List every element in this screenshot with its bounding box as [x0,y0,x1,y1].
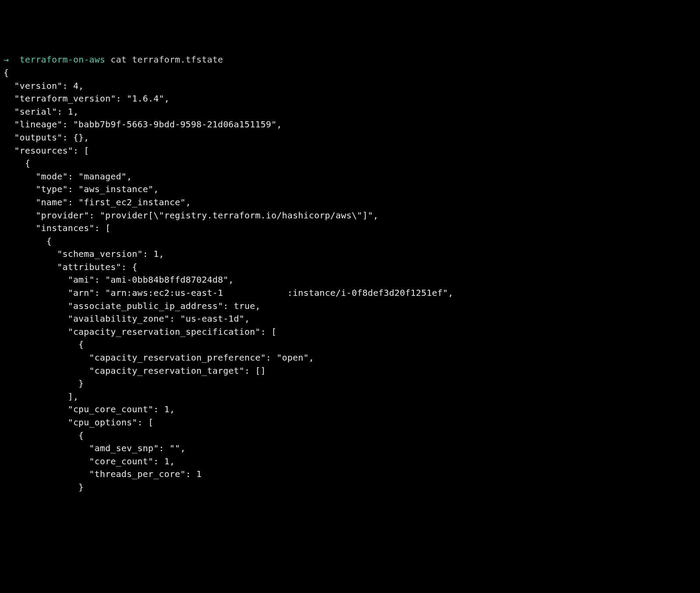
output-line: "capacity_reservation_specification": [ [4,326,276,337]
output-line: "capacity_reservation_target": [] [4,365,266,376]
output-line: "outputs": {}, [4,132,89,143]
output-line: "ami": "ami-0bb84b8ffd87024d8", [4,274,234,285]
output-line: { [4,236,52,246]
output-line: { [4,67,9,78]
output-line: "capacity_reservation_preference": "open… [4,352,314,363]
output-line: "amd_sev_snp": "", [4,443,186,453]
output-line: "serial": 1, [4,106,78,117]
output-line: "availability_zone": "us-east-1d", [4,313,250,324]
output-line: "threads_per_core": 1 [4,469,202,479]
command-text: cat terraform.tfstate [111,54,223,65]
output-line: "associate_public_ip_address": true, [4,301,261,311]
output-line: "lineage": "babb7b9f-5663-9bdd-9598-21d0… [4,119,282,130]
arrow-icon: → [4,54,9,65]
output-line: "cpu_core_count": 1, [4,404,175,414]
prompt-line: → terraform-on-aws cat terraform.tfstate [4,54,223,65]
output-line: { [4,158,30,168]
output-line: } [4,482,84,492]
output-line: "mode": "managed", [4,171,132,182]
output-line: } [4,378,84,389]
prompt-directory: terraform-on-aws [20,54,105,65]
output-line: "core_count": 1, [4,456,175,467]
output-line: "provider": "provider[\"registry.terrafo… [4,210,378,221]
output-line: { [4,430,84,441]
output-line: "attributes": { [4,262,137,272]
output-line: "terraform_version": "1.6.4", [4,93,169,104]
output-line: "instances": [ [4,223,111,233]
output-line: ], [4,391,78,402]
terminal[interactable]: → terraform-on-aws cat terraform.tfstate… [4,53,696,494]
output-line: "resources": [ [4,145,89,156]
output-line: "version": 4, [4,81,84,91]
output-line: "arn": "arn:aws:ec2:us-east-1 :instance/… [4,288,453,298]
output-line: "name": "first_ec2_instance", [4,197,191,207]
output-line: "schema_version": 1, [4,249,164,259]
output-line: { [4,339,84,350]
output-line: "type": "aws_instance", [4,184,159,194]
output-line: "cpu_options": [ [4,417,154,428]
